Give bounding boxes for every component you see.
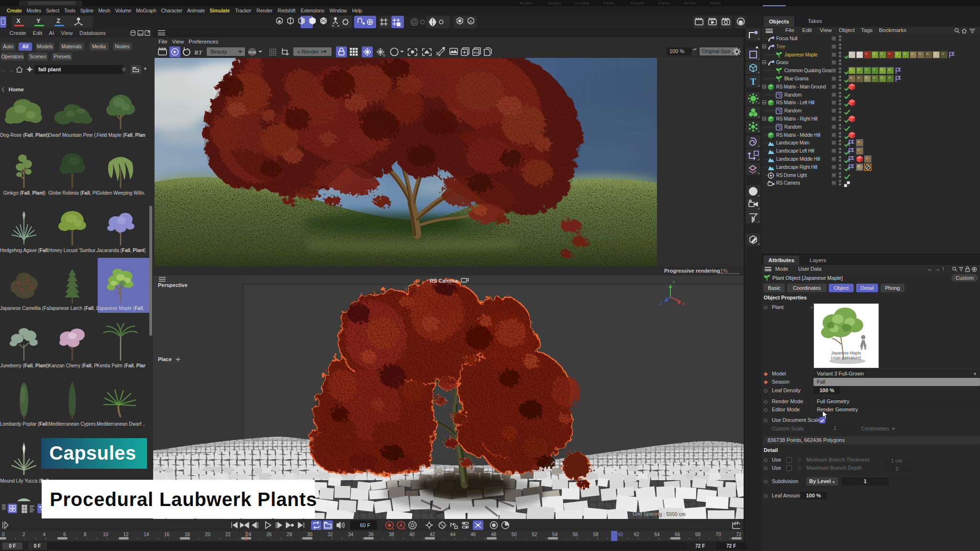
svg-text:A: A [399,523,402,528]
svg-text:Y: Y [672,280,675,285]
svg-text:60 F: 60 F [360,522,370,528]
svg-text:RT: RT [194,49,203,56]
svg-text:RGB: RGB [248,50,256,55]
svg-text:< Render >: < Render > [297,49,323,55]
svg-text:(Acer palmatum): (Acer palmatum) [831,355,861,360]
svg-text:A: A [469,19,472,24]
svg-text:Beauty: Beauty [211,49,227,55]
svg-text:Z: Z [660,301,663,306]
svg-text:Japanese Maple: Japanese Maple [831,351,861,355]
svg-text:Grid Spacing : 5000 cm: Grid Spacing : 5000 cm [633,511,685,517]
svg-text:Perspective: Perspective [158,282,188,288]
svg-text:G: G [383,54,385,57]
svg-text:Place: Place [158,356,172,362]
svg-text:RS Camera: RS Camera [430,278,458,284]
svg-text:T: T [750,77,756,87]
svg-text:X: X [682,302,685,307]
svg-text:PV: PV [474,51,479,55]
